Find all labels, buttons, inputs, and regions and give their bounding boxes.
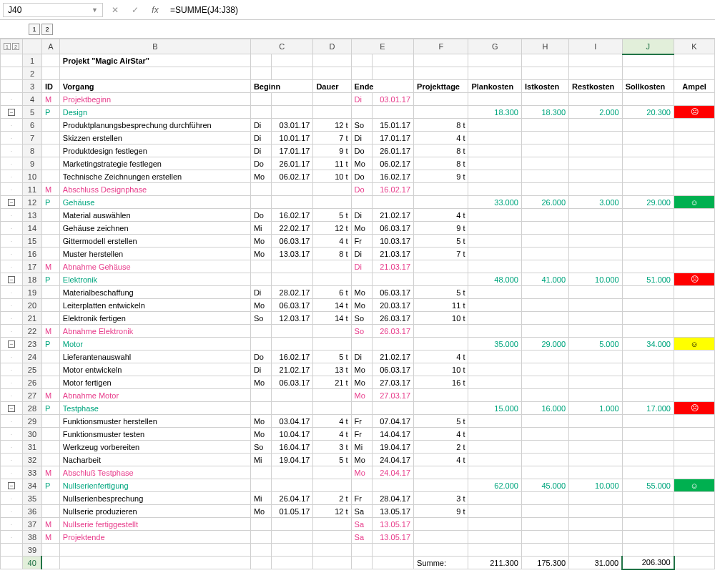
cell-ptage[interactable]: 5 t (414, 286, 468, 299)
cell-beg[interactable] (271, 479, 313, 492)
cell-ptage[interactable]: 16 t (414, 376, 468, 389)
hdr-beginn[interactable]: Beginn (250, 80, 313, 93)
cell-ampel[interactable]: ☹ (674, 273, 715, 286)
cell-ampel[interactable] (674, 248, 715, 260)
cell-id[interactable] (41, 209, 59, 222)
cell-vorgang[interactable] (59, 544, 250, 557)
cell-ende[interactable]: 21.03.17 (372, 260, 414, 273)
cell-ptage[interactable]: 4 t (414, 132, 468, 144)
cell-beg[interactable]: 10.01.17 (271, 132, 313, 144)
cell-id[interactable]: M (41, 531, 59, 544)
cell-ampel[interactable]: ☺ (674, 338, 715, 351)
cell-rest[interactable] (569, 389, 623, 402)
cell-ptage[interactable] (414, 531, 468, 544)
cell-dauer[interactable]: 12 t (313, 505, 351, 518)
row-header[interactable]: 26 (23, 376, 42, 389)
cell-soll[interactable] (622, 325, 674, 338)
row-header[interactable]: 10 (23, 170, 42, 183)
cell-soll[interactable] (622, 312, 674, 325)
cell-ist[interactable] (521, 441, 568, 454)
cell-ist[interactable]: 45.000 (521, 479, 568, 492)
cell-soll[interactable] (622, 428, 674, 441)
cell-ende[interactable]: 06.03.17 (372, 363, 414, 376)
cell-ampel[interactable] (674, 531, 715, 544)
row-header[interactable]: 25 (23, 363, 42, 376)
cell-beg[interactable]: 26.01.17 (271, 157, 313, 170)
cell-ampel[interactable]: ☺ (674, 196, 715, 209)
cell-ist[interactable] (521, 351, 568, 363)
cell-vorgang[interactable]: Gehäuse (59, 196, 250, 209)
cell-dauer[interactable]: 5 t (313, 454, 351, 466)
cell-ende-dw[interactable] (351, 338, 372, 351)
cell-beg-dw[interactable] (250, 466, 271, 479)
cell-ende-dw[interactable]: Mo (351, 299, 372, 312)
hdr-ende[interactable]: Ende (351, 80, 414, 93)
cell-ist[interactable] (521, 544, 568, 557)
cell-id[interactable] (41, 505, 59, 518)
cell-vorgang[interactable]: Technische Zeichnungen erstellen (59, 170, 250, 183)
cell-plan[interactable] (468, 454, 522, 466)
cell-plan[interactable] (468, 286, 522, 299)
cell-ptage[interactable]: 4 t (414, 454, 468, 466)
cell-vorgang[interactable]: Motor fertigen (59, 376, 250, 389)
row-header[interactable]: 12 (23, 196, 42, 209)
cell-dauer[interactable] (313, 518, 351, 531)
cell-vorgang[interactable]: Nullserie fertiggestellt (59, 518, 250, 531)
cell-ende-dw[interactable]: Mo (351, 376, 372, 389)
cell-beg[interactable]: 28.02.17 (271, 286, 313, 299)
cell-plan[interactable] (468, 93, 522, 106)
cell-beg-dw[interactable] (250, 196, 271, 209)
cell-rest[interactable] (569, 544, 623, 557)
row-header[interactable]: 14 (23, 222, 42, 235)
cell-ist[interactable] (521, 132, 568, 144)
cell-beg-dw[interactable]: Di (250, 286, 271, 299)
cell-beg[interactable] (271, 518, 313, 531)
row-header[interactable]: 18 (23, 273, 42, 286)
cell-id[interactable] (41, 222, 59, 235)
cell-vorgang[interactable]: Funktionsmuster testen (59, 428, 250, 441)
row-outline-toggle[interactable]: − (1, 106, 23, 119)
row-header[interactable]: 1 (23, 54, 42, 67)
cell-ptage[interactable]: 10 t (414, 363, 468, 376)
row-outline-toggle[interactable]: − (1, 402, 23, 415)
row-outline-toggle[interactable]: − (1, 479, 23, 492)
hdr-vorgang[interactable]: Vorgang (59, 80, 250, 93)
cell-ist[interactable] (521, 67, 568, 80)
cell-id[interactable]: P (41, 273, 59, 286)
cell-ist[interactable] (521, 415, 568, 428)
cell-dauer[interactable]: 13 t (313, 363, 351, 376)
cell-dauer[interactable] (313, 196, 351, 209)
row-header[interactable]: 7 (23, 132, 42, 144)
cell-soll[interactable] (622, 222, 674, 235)
hdr-restkosten[interactable]: Restkosten (569, 80, 623, 93)
cell-ampel[interactable] (674, 441, 715, 454)
cell-rest[interactable] (569, 93, 623, 106)
cell-ist[interactable] (521, 454, 568, 466)
cell-vorgang[interactable]: Motor (59, 338, 250, 351)
cell-ptage[interactable]: 8 t (414, 144, 468, 157)
cell-ende[interactable] (372, 106, 414, 119)
cell-rest[interactable]: 3.000 (569, 196, 623, 209)
cell-ende[interactable]: 24.04.17 (372, 466, 414, 479)
cell-ende-dw[interactable]: Mo (351, 363, 372, 376)
cell-beg[interactable] (271, 260, 313, 273)
cell-ist[interactable] (521, 518, 568, 531)
cell-ampel[interactable] (674, 119, 715, 132)
row-header[interactable]: 6 (23, 119, 42, 132)
cell-beg-dw[interactable]: Mo (250, 248, 271, 260)
cell-ampel[interactable] (674, 454, 715, 466)
row-header[interactable]: 27 (23, 389, 42, 402)
cell-plan[interactable] (468, 389, 522, 402)
cell-ampel[interactable]: ☹ (674, 402, 715, 415)
cell-vorgang[interactable]: Nullserie produzieren (59, 505, 250, 518)
row-header[interactable]: 38 (23, 531, 42, 544)
cell-beg[interactable] (271, 544, 313, 557)
cell-beg[interactable] (271, 183, 313, 196)
cell-ende[interactable] (372, 196, 414, 209)
cell-soll[interactable]: 34.000 (622, 338, 674, 351)
cell-ist[interactable] (521, 363, 568, 376)
cell-ptage[interactable] (414, 67, 468, 80)
cell-ende-dw[interactable]: Fr (351, 492, 372, 505)
cell-beg[interactable]: 10.04.17 (271, 428, 313, 441)
cell-beg-dw[interactable] (250, 531, 271, 544)
